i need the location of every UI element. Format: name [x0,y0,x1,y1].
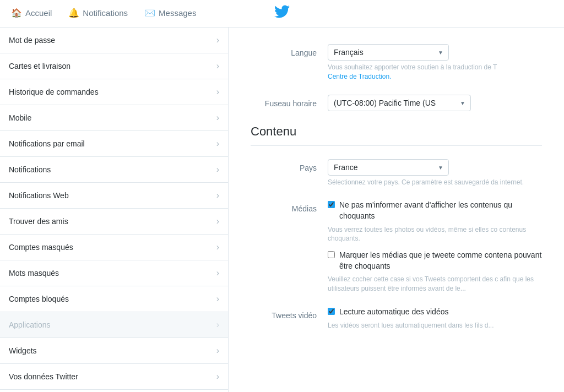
chevron-right-icon: › [216,268,219,278]
sidebar-label-widgets: Widgets [9,346,37,355]
medias-control: Ne pas m'informer avant d'afficher les c… [328,200,542,293]
medias-checkbox1-row: Ne pas m'informer avant d'afficher les c… [328,200,542,221]
sidebar-label-historique-commandes: Historique de commandes [9,88,99,96]
sidebar-item-notifications-email[interactable]: Notifications par email › [0,131,228,157]
fuseau-row: Fuseau horaire (UTC-08:00) Pacific Time … [251,95,542,111]
sidebar-label-mots-masques: Mots masqués [9,269,59,277]
pays-row: Pays France United States Germany Sélect… [251,159,542,187]
sidebar-item-vos-donnees[interactable]: Vos données Twitter › [0,364,228,390]
langue-label: Langue [251,44,317,57]
top-navigation: 🏠 Accueil 🔔 Notifications ✉️ Messages [0,0,564,28]
chevron-right-icon: › [216,372,219,382]
sidebar-item-mots-masques[interactable]: Mots masqués › [0,260,228,286]
medias-row: Médias Ne pas m'informer avant d'affiche… [251,200,542,293]
sidebar-item-cartes-livraison[interactable]: Cartes et livraison › [0,53,228,79]
chevron-right-icon: › [216,242,219,252]
sidebar-item-comptes-masques[interactable]: Comptes masqués › [0,235,228,260]
sidebar-item-widgets[interactable]: Widgets › [0,338,228,364]
chevron-right-icon: › [216,35,219,45]
chevron-right-icon: › [216,113,219,123]
medias-hint2: Veuillez cocher cette case si vos Tweets… [328,275,542,293]
sidebar-item-comptes-bloques[interactable]: Comptes bloqués › [0,286,228,312]
tweets-video-row: Tweets vidéo Lecture automatique des vid… [251,307,542,330]
chevron-right-icon: › [216,139,219,149]
nav-notifications-label: Notifications [83,8,128,18]
chevron-right-icon: › [216,294,219,304]
fuseau-label: Fuseau horaire [251,95,317,108]
nav-notifications[interactable]: 🔔 Notifications [68,0,128,27]
nav-accueil-label: Accueil [25,8,52,18]
sidebar-item-applications[interactable]: Applications › [0,312,228,338]
langue-select[interactable]: Français English Español [328,44,449,61]
chevron-right-icon: › [216,190,219,200]
sidebar-item-accessibilite[interactable]: Accessibilité › [0,390,228,392]
sidebar: Mot de passe › Cartes et livraison › His… [0,28,229,392]
sidebar-item-historique-commandes[interactable]: Historique de commandes › [0,79,228,105]
sidebar-label-comptes-masques: Comptes masqués [9,243,73,252]
fuseau-select-wrapper: (UTC-08:00) Pacific Time (US (UTC+00:00)… [328,95,471,111]
chevron-right-icon: › [216,61,219,71]
main-content: Langue Français English Español Vous sou… [229,28,564,392]
nav-messages-label: Messages [159,8,196,18]
sidebar-label-comptes-bloques: Comptes bloqués [9,295,69,303]
pays-select-wrapper: France United States Germany [328,159,449,176]
tweets-video-checkbox[interactable] [328,308,335,315]
sidebar-item-mobile[interactable]: Mobile › [0,105,228,131]
tweets-video-checkbox-row: Lecture automatique des vidéos [328,307,542,318]
contenu-heading: Contenu [251,124,542,146]
medias-checkbox1[interactable] [328,201,335,208]
sidebar-item-mot-de-passe[interactable]: Mot de passe › [0,28,228,53]
chevron-right-icon: › [216,165,219,175]
medias-checkbox2[interactable] [328,251,335,258]
pays-control: France United States Germany Sélectionne… [328,159,542,187]
tweets-video-hint: Les vidéos seront lues automatiquement d… [328,321,542,330]
medias-hint1: Vous verrez toutes les photos ou vidéos,… [328,225,542,244]
sidebar-item-trouver-amis[interactable]: Trouver des amis › [0,209,228,235]
chevron-right-icon: › [216,320,219,330]
sidebar-label-notifications-email: Notifications par email [9,139,85,148]
sidebar-label-mot-de-passe: Mot de passe [9,36,55,45]
tweets-video-checkbox-label[interactable]: Lecture automatique des vidéos [339,307,448,318]
pays-select[interactable]: France United States Germany [328,159,449,176]
sidebar-label-mobile: Mobile [9,113,31,122]
bell-icon: 🔔 [68,8,79,18]
sidebar-label-notifications: Notifications [9,165,51,174]
langue-control: Français English Español Vous souhaitez … [328,44,542,81]
twitter-logo [274,4,290,23]
chevron-right-icon: › [216,216,219,226]
medias-label: Médias [251,200,317,213]
sidebar-item-notifications-web[interactable]: Notifications Web › [0,183,228,209]
sidebar-label-notifications-web: Notifications Web [9,191,69,200]
nav-accueil[interactable]: 🏠 Accueil [11,0,52,27]
langue-select-wrapper: Français English Español [328,44,449,61]
nav-items: 🏠 Accueil 🔔 Notifications ✉️ Messages [11,0,196,27]
sidebar-label-applications: Applications [9,320,51,329]
chevron-right-icon: › [216,346,219,356]
chevron-right-icon: › [216,87,219,97]
sidebar-label-cartes-livraison: Cartes et livraison [9,62,70,70]
sidebar-item-notifications[interactable]: Notifications › [0,157,228,183]
fuseau-control: (UTC-08:00) Pacific Time (US (UTC+00:00)… [328,95,542,111]
sidebar-label-trouver-amis: Trouver des amis [9,217,68,226]
pays-label: Pays [251,159,317,172]
fuseau-select[interactable]: (UTC-08:00) Pacific Time (US (UTC+00:00)… [328,95,471,111]
sidebar-label-vos-donnees: Vos données Twitter [9,372,78,381]
main-layout: Mot de passe › Cartes et livraison › His… [0,28,564,392]
medias-checkbox1-label[interactable]: Ne pas m'informer avant d'afficher les c… [339,200,542,221]
langue-row: Langue Français English Español Vous sou… [251,44,542,81]
pays-hint: Sélectionnez votre pays. Ce paramètre es… [328,178,542,187]
home-icon: 🏠 [11,8,22,18]
medias-checkbox2-label[interactable]: Marquer les médias que je tweete comme c… [339,250,542,271]
medias-checkbox2-row: Marquer les médias que je tweete comme c… [328,250,542,271]
langue-hint: Vous souhaitez apporter votre soutien à … [328,63,542,81]
traduction-link[interactable]: Centre de Traduction. [328,73,391,80]
tweets-video-control: Lecture automatique des vidéos Les vidéo… [328,307,542,330]
tweets-video-label: Tweets vidéo [251,307,317,320]
nav-messages[interactable]: ✉️ Messages [144,0,196,27]
envelope-icon: ✉️ [144,8,155,18]
